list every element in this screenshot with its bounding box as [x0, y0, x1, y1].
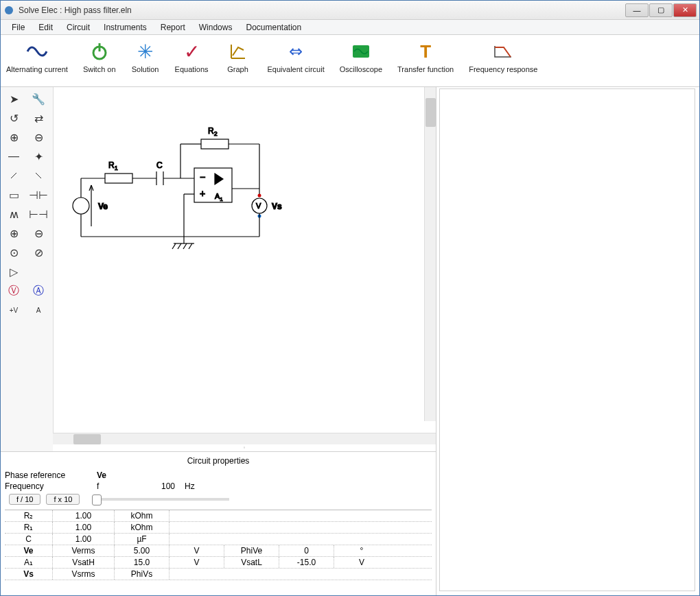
pal-zoom-in-icon[interactable]: ⊕ — [2, 128, 25, 146]
close-button[interactable]: ✕ — [673, 3, 697, 17]
tool-equivalent-circuit[interactable]: ⇔ Equivalent circuit — [265, 39, 327, 75]
svg-point-31 — [258, 194, 261, 198]
minimize-button[interactable]: — — [625, 3, 649, 17]
pal-voltmeter-icon[interactable]: Ⓥ — [2, 282, 25, 300]
tool-graph[interactable]: Graph — [221, 39, 255, 75]
svg-text:A1: A1 — [215, 192, 223, 202]
pal-wire[interactable]: — — [2, 147, 25, 165]
tool-alternating-current[interactable]: Alternating current — [3, 39, 71, 75]
asterisk-icon: ✳ — [135, 40, 156, 62]
graph-icon — [227, 40, 249, 62]
freq-div10-button[interactable]: f / 10 — [9, 494, 40, 505]
menu-windows[interactable]: Windows — [192, 21, 240, 34]
component-table: R₂ 1.00 kOhm R₁ 1.00 kOhm C 1.00 µF Ve V… — [5, 510, 432, 580]
pal-blank[interactable] — [27, 263, 50, 281]
splitter-handle[interactable]: ◦ — [53, 444, 436, 451]
table-row: R₁ 1.00 kOhm — [5, 522, 432, 534]
svg-text:Vs: Vs — [272, 202, 282, 211]
svg-point-0 — [5, 6, 13, 14]
app-icon — [3, 5, 14, 16]
pal-node-icon[interactable]: ✦ — [27, 147, 50, 165]
pal-capacitor-icon[interactable]: ⊣⊢ — [27, 186, 50, 204]
pal-switch-open[interactable]: ⟋ — [2, 167, 25, 184]
tool-solution[interactable]: ✳ Solution — [128, 39, 163, 75]
tool-equations[interactable]: ✓ Equations — [172, 39, 211, 75]
svg-line-43 — [189, 243, 192, 249]
properties-title: Circuit properties — [5, 455, 432, 470]
transfer-icon: T — [415, 40, 436, 62]
menu-circuit[interactable]: Circuit — [60, 21, 97, 34]
pal-source3-icon[interactable]: ⊙ — [2, 243, 25, 261]
tool-oscilloscope[interactable]: Oscilloscope — [337, 39, 385, 75]
phase-ref-value: Ve — [97, 470, 124, 480]
pal-zoom-out-icon[interactable]: ⊖ — [27, 128, 50, 146]
frequency-label: Frequency — [5, 481, 87, 491]
tool-frequency-response[interactable]: Frequency response — [466, 39, 540, 75]
svg-text:R2: R2 — [208, 126, 218, 137]
window-title: Solve Elec : High pass filter.eln — [19, 5, 625, 15]
pal-probe-v[interactable]: +V — [2, 301, 25, 319]
svg-line-42 — [183, 243, 187, 249]
menu-documentation[interactable]: Documentation — [239, 21, 308, 34]
component-palette: ➤ 🔧 ↺ ⇄ ⊕ ⊖ — ✦ ⟋ ⟍ ▭ ⊣⊢ ʍ ⊢⊣ ⊕ ⊖ ⊙ ⊘ ▷ — [1, 87, 53, 451]
menu-instruments[interactable]: Instruments — [97, 21, 154, 34]
pal-probe-a[interactable]: A — [27, 301, 50, 319]
pal-wrench-icon[interactable]: 🔧 — [27, 90, 50, 108]
svg-text:R1: R1 — [108, 160, 118, 171]
pal-opamp-icon[interactable]: ▷ — [2, 263, 25, 281]
circuit-schematic: Ve R1 C — [60, 99, 335, 291]
svg-text:C: C — [156, 160, 163, 170]
svg-rect-10 — [105, 174, 132, 183]
frequency-value[interactable]: 100 — [134, 481, 175, 491]
svg-text:+: + — [200, 188, 205, 199]
tool-transfer-function[interactable]: T Transfer function — [395, 39, 456, 75]
phase-ref-label: Phase reference — [5, 470, 87, 480]
svg-rect-19 — [201, 139, 229, 149]
pal-rotate-cw-icon[interactable]: ⇄ — [27, 109, 50, 127]
table-row: Ve Verms 5.00 V PhiVe 0 ° — [5, 545, 432, 557]
table-row: A₁ VsatH 15.0 V VsatL -15.0 V — [5, 557, 432, 569]
table-row: R₂ 1.00 kOhm — [5, 510, 432, 522]
freq-mul10-button[interactable]: f x 10 — [46, 494, 80, 505]
pal-source1-icon[interactable]: ⊕ — [2, 224, 25, 242]
menu-file[interactable]: File — [5, 21, 32, 34]
frequency-symbol: f — [97, 481, 124, 491]
output-panel — [439, 88, 695, 591]
maximize-button[interactable]: ▢ — [649, 3, 673, 17]
svg-text:−: − — [200, 171, 205, 182]
pal-ammeter-icon[interactable]: Ⓐ — [27, 282, 50, 300]
check-icon: ✓ — [180, 40, 202, 62]
sine-wave-icon — [26, 40, 48, 62]
pal-source4-icon[interactable]: ⊘ — [27, 243, 50, 261]
canvas-hscrollbar[interactable] — [53, 433, 436, 444]
svg-line-40 — [172, 243, 176, 249]
bode-icon — [492, 40, 514, 62]
pal-resistor-icon[interactable]: ▭ — [2, 186, 25, 204]
menubar: File Edit Circuit Instruments Report Win… — [1, 20, 699, 35]
table-row: C 1.00 µF — [5, 534, 432, 545]
frequency-slider[interactable] — [92, 498, 229, 501]
toolbar: Alternating current Switch on ✳ Solution… — [1, 35, 699, 87]
svg-text:Ve: Ve — [98, 202, 108, 211]
circuit-canvas[interactable]: Ve R1 C — [53, 87, 436, 433]
scope-icon — [350, 40, 372, 62]
tool-switch-on[interactable]: Switch on — [80, 39, 119, 75]
pal-switch-closed[interactable]: ⟍ — [27, 167, 50, 184]
pal-source2-icon[interactable]: ⊖ — [27, 224, 50, 242]
frequency-unit: Hz — [185, 481, 219, 491]
svg-line-41 — [178, 243, 181, 249]
menu-edit[interactable]: Edit — [32, 21, 60, 34]
power-icon — [89, 40, 110, 62]
pal-capacitor2-icon[interactable]: ⊢⊣ — [27, 205, 50, 223]
pal-pointer[interactable]: ➤ — [2, 90, 25, 108]
menu-report[interactable]: Report — [154, 21, 192, 34]
equivalent-icon: ⇔ — [285, 40, 307, 62]
properties-panel: Circuit properties Phase reference Ve Fr… — [1, 451, 436, 595]
svg-text:V: V — [256, 202, 261, 210]
table-row: Vs Vsrms PhiVs — [5, 569, 432, 580]
svg-point-4 — [73, 198, 89, 214]
pal-inductor-icon[interactable]: ʍ — [2, 205, 25, 223]
canvas-vscrollbar[interactable] — [424, 87, 436, 421]
titlebar: Solve Elec : High pass filter.eln — ▢ ✕ — [1, 1, 699, 20]
pal-rotate-ccw-icon[interactable]: ↺ — [2, 109, 25, 127]
